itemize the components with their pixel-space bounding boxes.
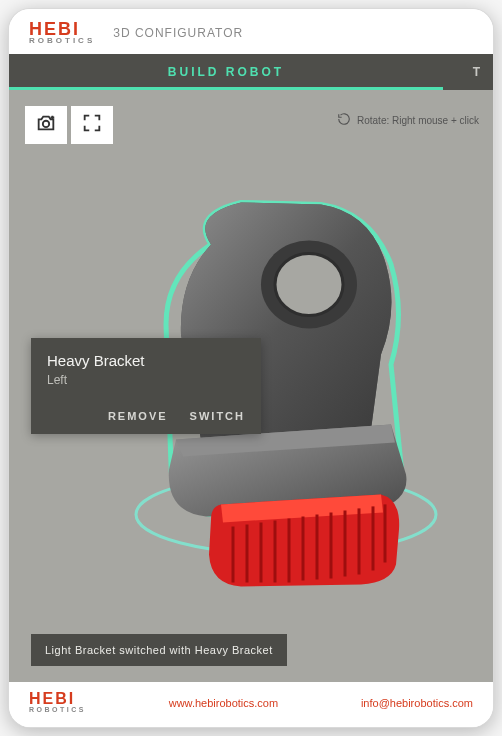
popover-header: Heavy Bracket Left bbox=[31, 338, 261, 399]
part-popover: Heavy Bracket Left REMOVE SWITCH bbox=[31, 338, 261, 434]
popover-title: Heavy Bracket bbox=[47, 352, 245, 369]
popover-actions: REMOVE SWITCH bbox=[31, 399, 261, 434]
svg-point-0 bbox=[43, 121, 49, 127]
rotate-hint: Rotate: Right mouse + click bbox=[337, 112, 479, 128]
footer-brand-main: HEBI bbox=[29, 692, 86, 706]
footer-logo: HEBI ROBOTICS bbox=[29, 692, 86, 713]
app-window: HEBI ROBOTICS 3D CONFIGURATOR BUILD ROBO… bbox=[8, 8, 494, 728]
brand-sub: ROBOTICS bbox=[29, 37, 95, 44]
fullscreen-button[interactable] bbox=[71, 106, 113, 144]
page-title: 3D CONFIGURATOR bbox=[113, 26, 243, 40]
brand-main: HEBI bbox=[29, 21, 95, 37]
toast-notification: Light Bracket switched with Heavy Bracke… bbox=[31, 634, 287, 666]
header: HEBI ROBOTICS 3D CONFIGURATOR bbox=[9, 9, 493, 54]
toast-message: Light Bracket switched with Heavy Bracke… bbox=[45, 644, 273, 656]
viewport-3d[interactable]: Rotate: Right mouse + click bbox=[9, 90, 493, 682]
popover-subtitle: Left bbox=[47, 373, 245, 387]
website-link[interactable]: www.hebirobotics.com bbox=[169, 697, 278, 709]
rotate-hint-label: Rotate: Right mouse + click bbox=[357, 115, 479, 126]
tab-build-robot[interactable]: BUILD ROBOT bbox=[9, 54, 443, 90]
remove-button[interactable]: REMOVE bbox=[108, 410, 168, 422]
switch-button[interactable]: SWITCH bbox=[190, 410, 245, 422]
tab-truncated[interactable]: T bbox=[443, 54, 493, 90]
tab-bar: BUILD ROBOT T bbox=[9, 54, 493, 90]
camera-icon bbox=[35, 112, 57, 138]
fullscreen-icon bbox=[81, 112, 103, 138]
screenshot-button[interactable] bbox=[25, 106, 67, 144]
toolbar bbox=[25, 106, 113, 144]
footer: HEBI ROBOTICS www.hebirobotics.com info@… bbox=[9, 682, 493, 727]
brand-logo: HEBI ROBOTICS bbox=[29, 21, 95, 44]
rotate-icon bbox=[337, 112, 351, 128]
email-link[interactable]: info@hebirobotics.com bbox=[361, 697, 473, 709]
footer-brand-sub: ROBOTICS bbox=[29, 707, 86, 713]
